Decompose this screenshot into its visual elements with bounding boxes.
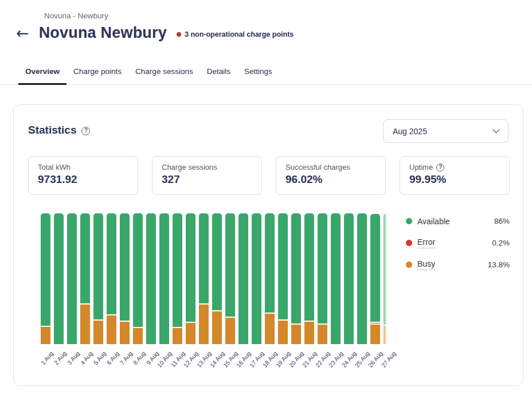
- statistics-heading-text: Statistics: [28, 124, 76, 136]
- stat-card-value: 99.95%: [409, 173, 500, 186]
- segment-available: [199, 213, 209, 303]
- segment-available: [265, 213, 275, 313]
- bar-11-aug[interactable]: [173, 213, 182, 344]
- x-label: 5 Aug: [92, 350, 107, 366]
- status-bar-chart: [41, 213, 387, 344]
- x-label-cell: 11 Aug: [173, 346, 182, 376]
- legend-row-error: Error0.2%: [406, 237, 510, 249]
- x-label-cell: 20 Aug: [291, 346, 301, 376]
- legend-label-available: Available: [417, 217, 450, 226]
- status-badge-text: 3 non-operational charge points: [185, 30, 294, 38]
- segment-available: [41, 213, 50, 326]
- segment-busy: [370, 323, 380, 344]
- x-label-cell: 7 Aug: [120, 346, 130, 376]
- segment-available: [238, 213, 248, 344]
- bar-4-aug[interactable]: [80, 213, 90, 344]
- bar-15-aug[interactable]: [225, 213, 235, 344]
- statistics-heading: Statistics?: [28, 124, 90, 136]
- segment-busy: [278, 319, 288, 344]
- legend-value-busy: 13.8%: [488, 260, 510, 269]
- bar-9-aug[interactable]: [146, 213, 156, 344]
- segment-available: [93, 213, 103, 319]
- tab-overview[interactable]: Overview: [18, 59, 66, 85]
- x-label-cell: 1 Aug: [41, 346, 50, 376]
- error-dot-icon: [406, 240, 412, 246]
- bar-24-aug[interactable]: [344, 213, 354, 344]
- tab-charge-points[interactable]: Charge points: [66, 59, 128, 85]
- x-label-cell: 4 Aug: [80, 346, 90, 376]
- segment-busy: [318, 323, 327, 344]
- segment-available: [304, 213, 314, 321]
- segment-available: [252, 213, 261, 344]
- segment-busy: [186, 322, 195, 344]
- bar-1-aug[interactable]: [41, 213, 50, 344]
- bar-7-aug[interactable]: [120, 213, 130, 344]
- bar-5-aug[interactable]: [93, 213, 103, 344]
- legend-row-busy: Busy13.8%: [406, 259, 510, 271]
- tab-settings[interactable]: Settings: [237, 59, 279, 85]
- segment-available: [67, 213, 77, 344]
- segment-busy: [265, 313, 275, 344]
- bar-26-aug[interactable]: [370, 213, 380, 344]
- stat-card-value: 327: [162, 173, 252, 186]
- segment-available: [278, 213, 288, 319]
- segment-available: [331, 213, 341, 344]
- available-dot-icon: [406, 218, 412, 224]
- bar-13-aug[interactable]: [199, 213, 209, 344]
- page: Novuna - Newbury ← Novuna Newbury 3 non-…: [0, 0, 532, 394]
- segment-available: [344, 213, 354, 344]
- bar-10-aug[interactable]: [159, 213, 169, 344]
- segment-busy: [225, 317, 235, 344]
- bar-12-aug[interactable]: [186, 213, 195, 344]
- x-label-cell: 12 Aug: [186, 346, 195, 376]
- bar-3-aug[interactable]: [67, 213, 77, 344]
- tab-details[interactable]: Details: [200, 59, 237, 85]
- bar-8-aug[interactable]: [133, 213, 143, 344]
- segment-available: [159, 213, 169, 344]
- stat-card-value: 96.02%: [285, 173, 376, 186]
- bar-25-aug[interactable]: [357, 213, 367, 344]
- x-label-cell: 13 Aug: [199, 346, 209, 376]
- segment-busy: [93, 319, 103, 344]
- x-label-cell: 5 Aug: [93, 346, 103, 376]
- x-label: 3 Aug: [66, 350, 81, 366]
- bar-14-aug[interactable]: [212, 213, 222, 344]
- period-dropdown[interactable]: Aug 2025: [383, 119, 508, 143]
- segment-available: [225, 213, 235, 317]
- x-label-cell: 25 Aug: [357, 346, 367, 376]
- x-label: 1 Aug: [40, 350, 54, 366]
- bar-23-aug[interactable]: [331, 213, 341, 344]
- x-label-cell: 8 Aug: [133, 346, 143, 376]
- segment-busy: [107, 314, 116, 344]
- segment-available: [80, 213, 90, 303]
- stat-card-total-kwh: Total kWh9731.92: [28, 156, 138, 195]
- segment-available: [133, 213, 143, 327]
- statistics-help-icon[interactable]: ?: [81, 127, 90, 135]
- bar-27-aug[interactable]: [384, 213, 387, 344]
- segment-available: [173, 213, 182, 327]
- legend-label-busy[interactable]: Busy: [417, 259, 435, 270]
- back-arrow-icon[interactable]: ←: [16, 25, 29, 41]
- tab-charge-sessions[interactable]: Charge sessions: [128, 59, 200, 85]
- x-label-cell: 3 Aug: [67, 346, 77, 376]
- bar-16-aug[interactable]: [238, 213, 248, 344]
- busy-dot-icon: [406, 262, 412, 268]
- segment-available: [212, 213, 222, 310]
- stat-cards-row: Total kWh9731.92Charge sessions327Succes…: [28, 156, 510, 195]
- uptime-help-icon[interactable]: ?: [436, 163, 444, 171]
- bar-17-aug[interactable]: [252, 213, 261, 344]
- x-label-cell: 10 Aug: [159, 346, 169, 376]
- bar-19-aug[interactable]: [278, 213, 288, 344]
- bar-22-aug[interactable]: [318, 213, 327, 344]
- x-label-cell: 2 Aug: [54, 346, 64, 376]
- legend-label-error[interactable]: Error: [417, 237, 435, 248]
- bar-18-aug[interactable]: [265, 213, 275, 344]
- bar-20-aug[interactable]: [291, 213, 301, 344]
- breadcrumb[interactable]: Novuna - Newbury: [44, 11, 108, 20]
- stat-card-value: 9731.92: [38, 173, 128, 186]
- x-label-cell: 22 Aug: [318, 346, 327, 376]
- bar-6-aug[interactable]: [107, 213, 116, 344]
- bar-2-aug[interactable]: [54, 213, 64, 344]
- bar-21-aug[interactable]: [304, 213, 314, 344]
- segment-busy: [173, 327, 182, 344]
